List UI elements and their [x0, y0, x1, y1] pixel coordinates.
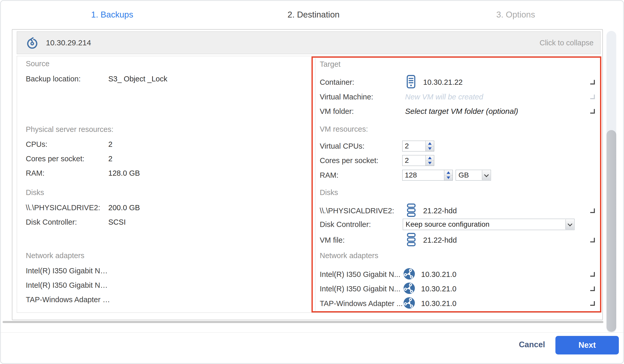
vm-resources-heading: VM resources: [320, 125, 368, 133]
disk-icon [407, 204, 416, 218]
source-adapter-2: Intel(R) I350 Gigabit N… [26, 281, 108, 290]
source-heading: Source [26, 60, 50, 68]
vm-folder-dropdown-chevron-icon[interactable] [590, 109, 595, 114]
vm-file-label: VM file: [320, 236, 345, 244]
collapse-hint[interactable]: Click to collapse [539, 39, 594, 47]
virtual-machine-row: Virtual Machine: New VM will be created [313, 91, 601, 103]
target-adapter-1-value: 10.30.21.0 [421, 270, 456, 279]
target-adapter-row-2: Intel(R) I350 Gigabit N... 10.30.21.0 [313, 283, 601, 294]
adapter-2-dropdown-chevron-icon[interactable] [590, 286, 595, 291]
disk-controller-dropdown-button[interactable] [565, 219, 574, 230]
ram-unit-value: GB [458, 171, 469, 179]
network-icon [403, 268, 415, 281]
container-row: Container: 10.30.21.22 [313, 77, 601, 88]
virtual-cpus-row: Virtual CPUs: [313, 139, 601, 153]
source-ram-label: RAM: [26, 169, 45, 177]
source-disk-controller-value: SCSI [108, 218, 126, 226]
ram-unit-dropdown-button[interactable] [482, 170, 490, 180]
cores-per-socket-label: Cores per socket: [320, 156, 378, 165]
source-disk-controller-row: Disk Controller: SCSI [17, 216, 310, 228]
target-adapter-row-3: TAP-Windows Adapter ... 10.30.21.0 [313, 298, 601, 309]
source-cpus-row: CPUs: 2 [17, 139, 310, 150]
source-disk-row: \\.\PHYSICALDRIVE2: 200.0 GB [17, 202, 310, 213]
target-ram-label: RAM: [320, 171, 339, 180]
source-cpus-label: CPUs: [26, 140, 47, 149]
horizontal-scrollbar-thumb[interactable] [3, 321, 603, 323]
container-value: 10.30.21.22 [423, 78, 463, 87]
vm-file-disk-icon [407, 233, 416, 247]
cores-decrement-button[interactable] [426, 161, 434, 166]
vm-file-row: VM file: 21.22-hdd [313, 234, 601, 246]
physical-resources-heading: Physical server resources: [26, 125, 113, 134]
cores-per-socket-spinner [402, 155, 434, 166]
source-disks-heading: Disks [26, 188, 44, 197]
target-disk-controller-row: Disk Controller: Keep source configurati… [313, 218, 601, 231]
target-ram-row: RAM: GB [313, 168, 601, 182]
virtual-machine-value: New VM will be created [405, 93, 483, 101]
ram-increment-button[interactable] [444, 170, 453, 175]
virtual-machine-label: Virtual Machine: [320, 93, 373, 101]
ram-spinner [402, 170, 453, 181]
source-cores-value: 2 [108, 155, 112, 163]
network-icon [403, 297, 415, 310]
network-icon [403, 282, 415, 295]
target-adapter-2-label: Intel(R) I350 Gigabit N... [320, 285, 400, 293]
virtual-cpus-input[interactable] [403, 141, 425, 151]
panel-header[interactable]: 10.30.29.214 Click to collapse [17, 31, 601, 54]
vm-folder-row: VM folder: Select target VM folder (opti… [313, 106, 601, 117]
virtual-cpus-label: Virtual CPUs: [320, 142, 365, 150]
backup-location-value: S3_ Object _Lock [108, 75, 167, 83]
target-adapter-3-label: TAP-Windows Adapter ... [320, 299, 403, 308]
step-backups[interactable]: 1. Backups [91, 10, 133, 20]
target-adapter-3-value: 10.30.21.0 [421, 299, 456, 308]
target-network-heading: Network adapters [320, 251, 378, 260]
source-cores-row: Cores per socket: 2 [17, 153, 310, 164]
virtual-cpus-increment-button[interactable] [426, 141, 434, 146]
adapter-3-dropdown-chevron-icon[interactable] [590, 301, 595, 306]
cores-increment-button[interactable] [426, 155, 434, 161]
step-options: 3. Options [496, 10, 535, 20]
backup-location-label: Backup location: [26, 75, 81, 83]
target-disk-controller-label: Disk Controller: [320, 220, 371, 229]
virtual-cpus-decrement-button[interactable] [426, 146, 434, 151]
target-disks-heading: Disks [320, 188, 338, 197]
target-heading: Target [320, 60, 341, 69]
ram-input[interactable] [403, 170, 444, 180]
footer-divider [0, 332, 624, 333]
target-disk-row: \\.\PHYSICALDRIVE2: 21.22-hdd [313, 205, 601, 216]
cancel-button[interactable]: Cancel [516, 338, 547, 351]
target-adapter-row-1: Intel(R) I350 Gigabit N... 10.30.21.0 [313, 269, 601, 280]
ram-unit-select[interactable]: GB [456, 170, 491, 181]
adapter-1-dropdown-chevron-icon[interactable] [590, 272, 595, 277]
cores-per-socket-input[interactable] [403, 155, 425, 166]
step-destination: 2. Destination [288, 10, 340, 20]
vm-folder-label: VM folder: [320, 107, 354, 116]
vm-file-dropdown-chevron-icon[interactable] [590, 238, 595, 242]
restore-point-icon [26, 36, 39, 49]
ram-decrement-button[interactable] [444, 175, 453, 181]
vm-folder-value[interactable]: Select target VM folder (optional) [405, 107, 518, 116]
vertical-scrollbar-thumb[interactable] [606, 130, 616, 332]
target-disk-dropdown-chevron-icon[interactable] [590, 208, 595, 213]
next-button[interactable]: Next [555, 336, 619, 354]
source-adapter-3: TAP-Windows Adapter … [26, 295, 110, 304]
source-cpus-value: 2 [108, 140, 112, 149]
source-adapter-1: Intel(R) I350 Gigabit N… [26, 267, 108, 275]
virtual-machine-dropdown-chevron-icon [590, 95, 595, 99]
target-pane: Target Container: 10.30.21.22 Virtual Ma… [313, 56, 601, 312]
disk-controller-select[interactable]: Keep source configuration [403, 219, 574, 230]
source-ram-row: RAM: 128.0 GB [17, 167, 310, 179]
virtual-cpus-spinner [402, 141, 434, 151]
source-ram-value: 128.0 GB [108, 169, 140, 177]
source-pane: Source Backup location: S3_ Object _Lock… [17, 56, 310, 313]
source-disk-label: \\.\PHYSICALDRIVE2: [26, 204, 100, 212]
cores-per-socket-row: Cores per socket: [313, 154, 601, 167]
vm-file-value: 21.22-hdd [423, 236, 457, 244]
target-disk-label: \\.\PHYSICALDRIVE2: [320, 207, 394, 215]
disk-controller-value: Keep source configuration [406, 220, 489, 228]
server-host-title: 10.30.29.214 [46, 38, 91, 47]
target-disk-value: 21.22-hdd [423, 207, 457, 215]
container-server-icon [406, 75, 416, 89]
container-dropdown-chevron-icon[interactable] [590, 80, 595, 84]
backup-location-row: Backup location: S3_ Object _Lock [17, 73, 310, 84]
